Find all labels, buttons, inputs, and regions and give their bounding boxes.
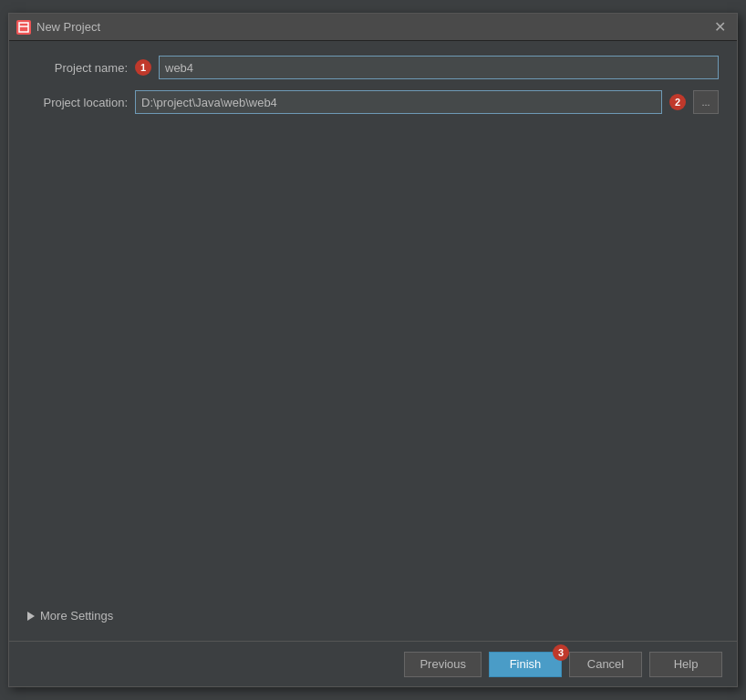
finish-label: Finish [510, 657, 542, 671]
previous-label: Previous [420, 657, 466, 671]
project-location-row: Project location: 2 ... [27, 90, 719, 114]
dialog-content: Project name: 1 Project location: 2 ... … [9, 41, 737, 641]
project-name-row: Project name: 1 [27, 56, 719, 79]
help-button[interactable]: Help [649, 652, 722, 677]
content-spacer [27, 125, 719, 594]
more-settings-label: More Settings [40, 609, 113, 623]
project-location-label: Project location: [27, 96, 128, 109]
finish-button[interactable]: 3 Finish [489, 652, 562, 677]
badge-2: 2 [669, 94, 686, 110]
dialog-footer: Previous 3 Finish Cancel Help [9, 641, 737, 686]
dialog-title: New Project [36, 20, 100, 34]
browse-button[interactable]: ... [693, 90, 719, 114]
cancel-button[interactable]: Cancel [569, 652, 642, 677]
more-settings-toggle[interactable]: More Settings [27, 605, 719, 626]
badge-1: 1 [135, 59, 151, 76]
badge-3: 3 [553, 644, 569, 661]
project-name-label: Project name: [27, 61, 128, 75]
title-bar-left: New Project [16, 20, 100, 35]
svg-rect-0 [19, 23, 28, 32]
new-project-dialog: New Project ✕ Project name: 1 Project lo… [8, 13, 738, 687]
previous-button[interactable]: Previous [404, 652, 482, 677]
cancel-label: Cancel [587, 657, 624, 671]
dialog-icon [16, 20, 31, 35]
close-button[interactable]: ✕ [710, 18, 730, 36]
help-label: Help [674, 657, 699, 671]
triangle-icon [27, 612, 35, 621]
project-location-input[interactable] [135, 90, 662, 114]
project-name-input[interactable] [159, 56, 719, 79]
title-bar: New Project ✕ [9, 14, 737, 41]
